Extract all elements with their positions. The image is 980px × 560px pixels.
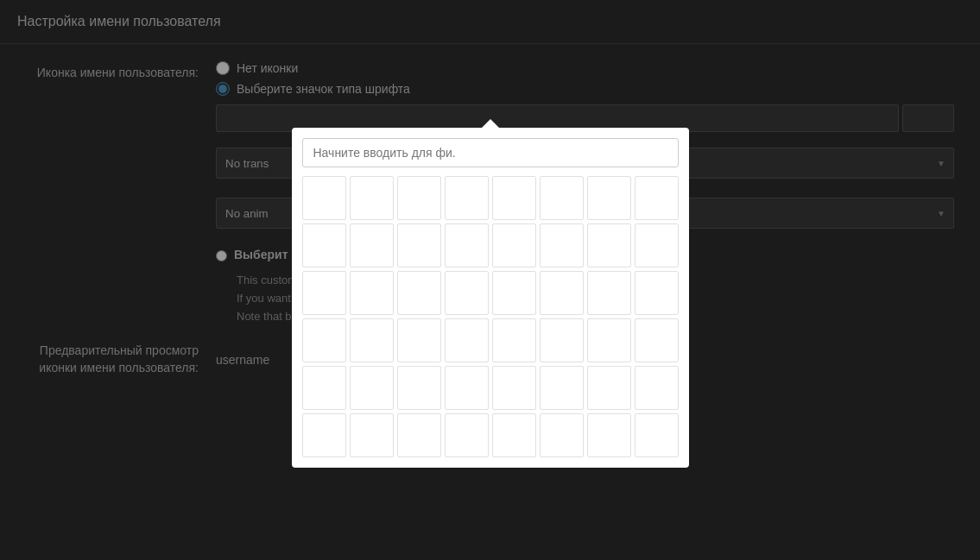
icon-cell[interactable] [350,318,394,362]
icon-cell[interactable] [445,223,489,267]
icon-cell[interactable] [397,366,441,410]
icon-cell[interactable] [445,176,489,220]
icon-cell[interactable] [492,271,536,315]
icon-picker-modal [292,128,689,468]
icon-cell[interactable] [445,366,489,410]
icon-cell[interactable] [445,271,489,315]
icon-cell[interactable] [350,223,394,267]
icon-cell[interactable] [587,176,631,220]
icon-cell[interactable] [397,413,441,457]
icon-cell[interactable] [397,318,441,362]
page-container: Настройка имени пользователя Иконка имен… [0,0,980,560]
icon-cell[interactable] [397,223,441,267]
icon-cell[interactable] [540,413,584,457]
icon-cell[interactable] [397,176,441,220]
icon-grid [302,176,679,457]
icon-cell[interactable] [302,318,346,362]
icon-cell[interactable] [397,271,441,315]
icon-cell[interactable] [302,413,346,457]
icon-cell[interactable] [492,223,536,267]
icon-cell[interactable] [540,223,584,267]
icon-cell[interactable] [445,318,489,362]
icon-cell[interactable] [540,318,584,362]
icon-cell[interactable] [635,223,679,267]
icon-cell[interactable] [587,223,631,267]
icon-cell[interactable] [540,271,584,315]
icon-cell[interactable] [492,176,536,220]
icon-cell[interactable] [587,366,631,410]
icon-cell[interactable] [587,318,631,362]
icon-cell[interactable] [587,271,631,315]
icon-cell[interactable] [635,318,679,362]
icon-cell[interactable] [302,366,346,410]
icon-cell[interactable] [350,271,394,315]
icon-cell[interactable] [540,366,584,410]
icon-cell[interactable] [540,176,584,220]
icon-cell[interactable] [492,366,536,410]
icon-cell[interactable] [350,176,394,220]
icon-cell[interactable] [492,318,536,362]
icon-cell[interactable] [350,413,394,457]
modal-overlay [0,0,980,560]
icon-cell[interactable] [635,413,679,457]
icon-cell[interactable] [302,271,346,315]
icon-cell[interactable] [635,366,679,410]
icon-cell[interactable] [635,176,679,220]
icon-cell[interactable] [445,413,489,457]
icon-cell[interactable] [587,413,631,457]
icon-cell[interactable] [350,366,394,410]
icon-cell[interactable] [302,176,346,220]
icon-search-input[interactable] [302,138,679,167]
icon-cell[interactable] [302,223,346,267]
icon-cell[interactable] [635,271,679,315]
icon-cell[interactable] [492,413,536,457]
